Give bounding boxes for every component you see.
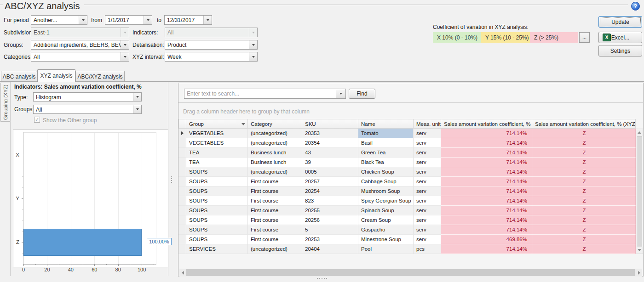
cell-coefficient[interactable]: 714.14% — [441, 177, 532, 186]
cell-name[interactable]: Spicy Georgian Soup — [358, 196, 414, 206]
horizontal-scroll-thumb[interactable] — [186, 269, 635, 276]
table-row[interactable]: SERVICES (uncategorized) 20404 Pool pcs … — [178, 244, 636, 254]
group-filter-icon[interactable] — [242, 123, 245, 125]
update-button[interactable]: Update — [598, 16, 642, 28]
cell-xyz-class[interactable]: Z — [532, 129, 636, 138]
header-name[interactable]: Name — [358, 119, 414, 129]
excel-button[interactable]: X Excel... — [598, 32, 642, 43]
cell-xyz-class[interactable]: Z — [532, 215, 636, 225]
scroll-up-icon[interactable] — [636, 129, 643, 136]
cell-sku[interactable]: 20254 — [302, 186, 358, 196]
chevron-down-icon[interactable] — [121, 52, 129, 61]
horizontal-scrollbar[interactable] — [179, 269, 642, 276]
cell-group[interactable]: VEGETABLES — [186, 138, 248, 148]
header-category[interactable]: Category — [248, 119, 302, 129]
cell-category[interactable]: First course — [248, 235, 302, 244]
table-row[interactable]: SOUPS First course 5 Gaspacho serv 714.1… — [178, 225, 636, 235]
vertical-splitter[interactable] — [171, 176, 172, 183]
header-coefficient-xyz[interactable]: Sales amount variation coefficient, % (X… — [532, 119, 636, 129]
cell-category[interactable]: First course — [248, 196, 302, 206]
cell-coefficient[interactable]: 714.14% — [441, 215, 532, 225]
cell-name[interactable]: Cabbage Soup — [358, 177, 414, 186]
cell-category[interactable]: Business lunch — [248, 148, 302, 158]
cell-meas-unit[interactable]: serv — [414, 158, 441, 167]
tab-abc-analysis[interactable]: ABC analysis — [1, 71, 37, 82]
table-row[interactable]: SOUPS First course 20256 Cream Soup serv… — [178, 215, 636, 225]
cell-sku[interactable]: 5 — [302, 225, 358, 235]
header-coefficient[interactable]: Sales amount variation coefficient, % — [441, 119, 532, 129]
cell-coefficient[interactable]: 714.14% — [441, 129, 532, 138]
cell-xyz-class[interactable]: Z — [532, 138, 636, 148]
date-from-select[interactable]: 1/1/2017 — [105, 15, 152, 25]
tab-abc-xyz-analysis[interactable]: ABC/XYZ analysis — [75, 71, 125, 82]
cell-sku[interactable]: 20256 — [302, 215, 358, 225]
cell-xyz-class[interactable]: Z — [532, 167, 636, 177]
cell-category[interactable]: First course — [248, 186, 302, 196]
table-row[interactable]: SOUPS First course 823 Spicy Georgian So… — [178, 196, 636, 206]
cell-group[interactable]: SOUPS — [186, 186, 248, 196]
cell-coefficient[interactable]: 469.86% — [441, 235, 532, 244]
header-meas-unit[interactable]: Meas. unit — [414, 119, 441, 129]
cell-xyz-class[interactable]: Z — [532, 206, 636, 215]
cell-category[interactable]: (uncategorized) — [248, 167, 302, 177]
settings-button[interactable]: Settings — [598, 45, 642, 56]
period-select[interactable]: Another... — [31, 15, 87, 25]
cell-name[interactable]: Cream Soup — [358, 215, 414, 225]
cell-category[interactable]: First course — [248, 215, 302, 225]
vertical-scroll-thumb[interactable] — [637, 136, 642, 247]
grouping-xyz-vertical-tab[interactable]: Grouping (XYZ) — [0, 83, 10, 122]
cell-sku[interactable]: 823 — [302, 196, 358, 206]
chevron-down-icon[interactable] — [79, 16, 87, 24]
cell-sku[interactable]: 20354 — [302, 138, 358, 148]
cell-group[interactable]: SOUPS — [186, 177, 248, 186]
chevron-down-icon[interactable] — [144, 16, 152, 24]
xyz-interval-select[interactable]: Week — [165, 52, 258, 62]
cell-group[interactable]: SOUPS — [186, 206, 248, 215]
scroll-down-icon[interactable] — [636, 247, 643, 254]
cell-xyz-class[interactable]: Z — [532, 177, 636, 186]
table-row[interactable]: VEGETABLES (uncategorized) 20354 Basil s… — [178, 138, 636, 148]
cell-coefficient[interactable]: 714.14% — [441, 225, 532, 235]
cell-meas-unit[interactable]: serv — [414, 148, 441, 158]
cell-name[interactable]: Black Tea — [358, 158, 414, 167]
show-other-group-checkbox[interactable]: ✓ — [34, 117, 40, 123]
cell-coefficient[interactable]: 714.14% — [441, 196, 532, 206]
cell-name[interactable]: Minestrone Soup — [358, 235, 414, 244]
table-row[interactable]: TEA Business lunch 39 Black Tea serv 714… — [178, 158, 636, 167]
table-row[interactable]: SOUPS First course 20253 Minestrone Soup… — [178, 235, 636, 244]
cell-group[interactable]: SOUPS — [186, 167, 248, 177]
groups-select[interactable]: Additional ingredients, BEERS, BEV... — [31, 40, 129, 50]
cell-group[interactable]: SOUPS — [186, 235, 248, 244]
chevron-down-icon[interactable] — [336, 89, 345, 98]
find-button[interactable]: Find — [349, 89, 375, 99]
search-input[interactable]: Enter text to search... — [184, 89, 346, 99]
cell-category[interactable]: (uncategorized) — [248, 129, 302, 138]
cell-meas-unit[interactable]: serv — [414, 167, 441, 177]
cell-coefficient[interactable]: 714.14% — [441, 158, 532, 167]
cell-xyz-class[interactable]: Z — [532, 148, 636, 158]
cell-category[interactable]: (uncategorized) — [248, 244, 302, 254]
chevron-down-icon[interactable] — [203, 16, 212, 24]
cell-sku[interactable]: 20404 — [302, 244, 358, 254]
cell-name[interactable]: Gaspacho — [358, 225, 414, 235]
cell-sku[interactable]: 0005 — [302, 167, 358, 177]
cell-name[interactable]: Mushroom Soup — [358, 186, 414, 196]
cell-coefficient[interactable]: 714.14% — [441, 148, 532, 158]
cell-name[interactable]: Green Tea — [358, 148, 414, 158]
header-sku[interactable]: SKU — [302, 119, 358, 129]
cell-meas-unit[interactable]: serv — [414, 196, 441, 206]
cell-coefficient[interactable]: 714.14% — [441, 244, 532, 254]
cell-meas-unit[interactable]: serv — [414, 235, 441, 244]
cell-meas-unit[interactable]: serv — [414, 138, 441, 148]
cell-sku[interactable]: 20253 — [302, 235, 358, 244]
cell-meas-unit[interactable]: serv — [414, 129, 441, 138]
cell-coefficient[interactable]: 714.14% — [441, 206, 532, 215]
chevron-down-icon[interactable] — [133, 93, 141, 101]
detailisation-select[interactable]: Product — [165, 40, 258, 50]
table-row[interactable]: SOUPS (uncategorized) 0005 Chicken Soup … — [178, 167, 636, 177]
cell-meas-unit[interactable]: serv — [414, 225, 441, 235]
cell-xyz-class[interactable]: Z — [532, 158, 636, 167]
cell-category[interactable]: (uncategorized) — [248, 138, 302, 148]
cell-sku[interactable]: 20353 — [302, 129, 358, 138]
table-row[interactable]: SOUPS First course 20257 Cabbage Soup se… — [178, 177, 636, 186]
